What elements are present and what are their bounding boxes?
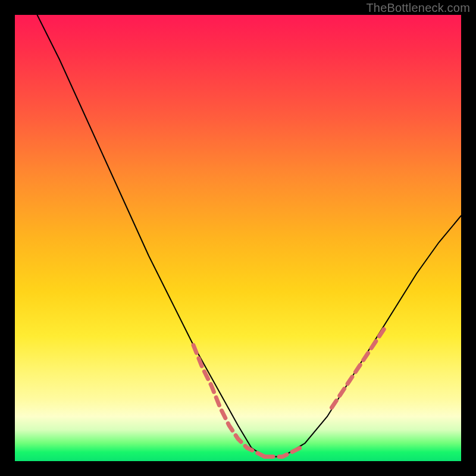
dash-segment-right [332,327,386,408]
chart-frame: TheBottleneck.com [0,0,476,476]
plot-area [15,15,461,461]
watermark: TheBottleneck.com [366,1,470,15]
curve-layer [15,15,461,461]
dash-segment-valley [265,448,300,457]
bottleneck-curve [37,15,462,457]
dash-segment-left [193,345,265,457]
